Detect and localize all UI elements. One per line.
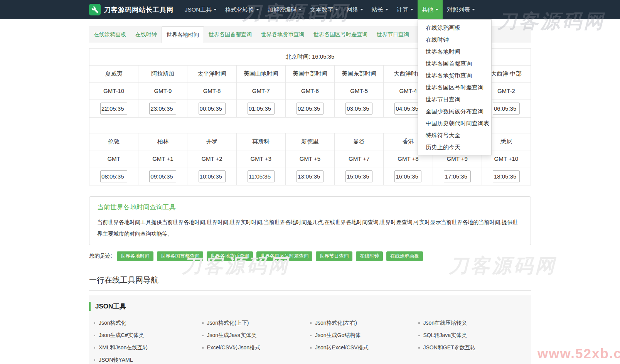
tool-link-label: JSON转YAML	[99, 357, 133, 364]
gmt-cell: GMT-6	[285, 83, 334, 99]
time-cell	[138, 167, 187, 185]
time-input[interactable]	[444, 170, 471, 182]
time-input[interactable]	[493, 170, 520, 182]
nav-item-站长[interactable]: 站长	[367, 0, 393, 19]
nav-item-计算[interactable]: 计算	[393, 0, 418, 19]
tool-link-Json在线压缩转义[interactable]: Json在线压缩转义	[418, 317, 527, 329]
bullet-icon	[94, 335, 95, 336]
dropdown-item[interactable]: 世界节日查询	[418, 93, 491, 105]
time-input[interactable]	[149, 170, 176, 182]
tab-世界各地货币查询[interactable]: 世界各地货币查询	[256, 26, 309, 43]
city-cell: 美国中部时间	[285, 66, 334, 83]
time-input[interactable]	[248, 103, 275, 115]
time-input[interactable]	[100, 103, 127, 115]
dropdown-item[interactable]: 世界各国首都查询	[418, 57, 491, 69]
tool-link-JSON和GET参数互转[interactable]: JSON和GET参数互转	[418, 342, 527, 354]
tool-link-Json生成Java实体类[interactable]: Json生成Java实体类	[202, 329, 310, 342]
site-brand[interactable]: 刀客源码网站长工具网	[89, 0, 174, 19]
time-cell	[89, 99, 138, 118]
bullet-icon	[94, 347, 95, 349]
footprint-button-世界各地货币查询[interactable]: 世界各地货币查询	[207, 251, 253, 261]
footprints-bar: 您的足迹: 世界各地时间世界各国首都查询世界各地货币查询世界各国区号时差查询世界…	[89, 251, 531, 261]
time-input[interactable]	[297, 170, 323, 182]
nav-item-其他[interactable]: 其他在线涂鸦画板在线时钟世界各地时间世界各国首都查询世界各地货币查询世界各国区号…	[418, 0, 443, 19]
tab-世界各国首都查询[interactable]: 世界各国首都查询	[204, 26, 256, 43]
city-cell: 太平洋时间	[187, 66, 236, 83]
tool-description-title: 当前世界各地时间查询工具	[97, 203, 523, 212]
time-cell	[384, 167, 433, 185]
dropdown-item[interactable]: 在线涂鸦画板	[418, 22, 491, 34]
nav-item-对照列表[interactable]: 对照列表	[443, 0, 479, 19]
time-input[interactable]	[199, 103, 226, 115]
tool-link-Excel/CSV转Json格式[interactable]: Excel/CSV转Json格式	[202, 342, 310, 354]
tool-link-Json格式化(左右)[interactable]: Json格式化(左右)	[310, 317, 418, 329]
tool-link-Json生成C#实体类[interactable]: Json生成C#实体类	[94, 329, 202, 342]
tool-link-Json生成Go结构体[interactable]: Json生成Go结构体	[310, 329, 418, 342]
time-input[interactable]	[149, 103, 176, 115]
tab-世界各国区号时差查询[interactable]: 世界各国区号时差查询	[309, 26, 372, 43]
gmt-cell: GMT-8	[187, 83, 236, 99]
nav-item-文本数字[interactable]: 文本数字	[306, 0, 342, 19]
nav-item-JSON工具[interactable]: JSON工具	[180, 0, 221, 19]
tool-link-XML和Json在线互转[interactable]: XML和Json在线互转	[94, 342, 202, 354]
time-input[interactable]	[199, 170, 226, 182]
footprint-button-在线涂鸦画板[interactable]: 在线涂鸦画板	[386, 251, 423, 261]
tab-世界各地时间[interactable]: 世界各地时间	[162, 26, 204, 43]
footprint-button-世界各地时间[interactable]: 世界各地时间	[117, 251, 153, 261]
gmt-cell: GMT	[89, 150, 138, 167]
city-cell: 新德里	[285, 133, 334, 150]
tool-link-label: Excel/CSV转Json格式	[207, 344, 260, 351]
nav-item-网络[interactable]: 网络	[342, 0, 367, 19]
tool-link-label: Json生成Go结构体	[315, 332, 361, 339]
bullet-icon	[94, 322, 95, 324]
tab-世界节日查询[interactable]: 世界节日查询	[372, 26, 414, 43]
tool-description-box: 当前世界各地时间查询工具 当前世界各地时间工具提供当前世界各地时间,世界时间,世…	[89, 196, 531, 245]
tool-link-Json格式化(上下)[interactable]: Json格式化(上下)	[202, 317, 310, 329]
time-input[interactable]	[394, 170, 421, 182]
nav-item-格式化转换[interactable]: 格式化转换	[221, 0, 263, 19]
tab-在线涂鸦画板[interactable]: 在线涂鸦画板	[89, 26, 131, 43]
footprint-button-世界节日查询[interactable]: 世界节日查询	[316, 251, 352, 261]
time-input[interactable]	[345, 170, 372, 182]
site-nav-section-title: 一行在线工具网导航	[89, 275, 531, 291]
dropdown-item[interactable]: 世界各地时间	[418, 46, 491, 57]
gmt-cell: GMT-9	[138, 83, 187, 99]
tool-link-label: Json格式化	[99, 320, 126, 327]
city-cell: 曼谷	[335, 133, 384, 150]
time-cell	[285, 99, 334, 118]
nav-item-加解密编码[interactable]: 加解密编码	[263, 0, 306, 19]
dropdown-item[interactable]: 世界各地货币查询	[418, 69, 491, 81]
tool-link-label: SQL转Java实体类	[423, 332, 467, 339]
city-cell: 柏林	[138, 133, 187, 150]
time-input[interactable]	[345, 103, 372, 115]
tool-link-Json转Excel/CSV格式[interactable]: Json转Excel/CSV格式	[310, 342, 418, 354]
wrench-icon	[89, 4, 101, 15]
tool-link-Json格式化[interactable]: Json格式化	[94, 317, 202, 329]
tool-link-label: JSON和GET参数互转	[423, 344, 476, 351]
time-input[interactable]	[248, 170, 275, 182]
bullet-icon	[202, 347, 204, 349]
tool-link-JSON转YAML[interactable]: JSON转YAML	[94, 354, 202, 364]
dropdown-item[interactable]: 在线时钟	[418, 34, 491, 46]
footprint-button-世界各国首都查询[interactable]: 世界各国首都查询	[157, 251, 203, 261]
dropdown-item[interactable]: 世界各国区号时差查询	[418, 81, 491, 93]
bullet-icon	[310, 322, 312, 324]
dropdown-item[interactable]: 全国少数民族分布查询	[418, 105, 491, 117]
gmt-cell: GMT +1	[138, 150, 187, 167]
dropdown-caret-icon	[360, 9, 363, 10]
time-cell	[482, 167, 531, 185]
tool-link-label: Json生成Java实体类	[207, 332, 257, 339]
city-cell: 阿拉斯加	[138, 66, 187, 83]
footprint-button-世界各国区号时差查询[interactable]: 世界各国区号时差查询	[256, 251, 312, 261]
gmt-cell: GMT-7	[236, 83, 285, 99]
time-input[interactable]	[100, 170, 127, 182]
dropdown-item[interactable]: 特殊符号大全	[418, 129, 491, 141]
tool-link-SQL转Java实体类[interactable]: SQL转Java实体类	[418, 329, 527, 342]
footprint-button-在线时钟[interactable]: 在线时钟	[356, 251, 383, 261]
tool-tabbar: 在线涂鸦画板在线时钟世界各地时间世界各国首都查询世界各地货币查询世界各国区号时差…	[0, 26, 620, 43]
dropdown-item[interactable]: 中国历史朝代时间查询表	[418, 117, 491, 129]
time-input[interactable]	[297, 103, 323, 115]
time-input[interactable]	[493, 103, 520, 115]
dropdown-item[interactable]: 历史上的今天	[418, 141, 491, 153]
tab-在线时钟[interactable]: 在线时钟	[131, 26, 162, 43]
